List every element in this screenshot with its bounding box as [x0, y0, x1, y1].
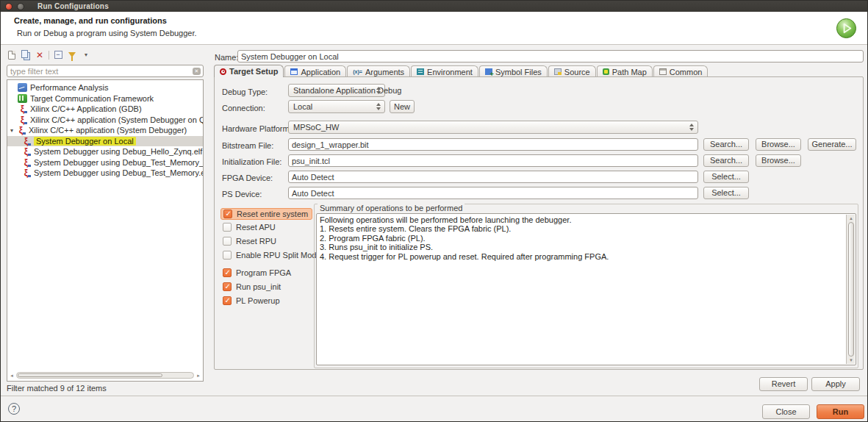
- duplicate-configuration-icon[interactable]: [21, 50, 31, 60]
- clear-filter-icon[interactable]: ✕: [193, 68, 201, 75]
- checkbox-enable-rpu-split-mode[interactable]: Enable RPU Split Mode: [223, 251, 321, 260]
- close-button[interactable]: Close: [762, 404, 810, 419]
- revert-button[interactable]: Revert: [759, 377, 808, 391]
- debug-type-select[interactable]: Standalone Application Debug: [288, 84, 385, 97]
- bitstream-file-field[interactable]: design_1_wrapper.bit: [288, 138, 698, 151]
- checkbox-icon[interactable]: [223, 251, 232, 260]
- scrollbar-thumb[interactable]: [848, 222, 854, 357]
- application-icon: [290, 68, 298, 75]
- xilinx-application-icon: ξ: [21, 137, 31, 146]
- scrollbar-thumb[interactable]: [18, 373, 162, 377]
- tree-item-debug-test-memory[interactable]: ξ System Debugger using Debug_Test_Memor…: [7, 168, 203, 179]
- tree-item-debug-test-memory-1mb[interactable]: ξ System Debugger using Debug_Test_Memor…: [7, 157, 203, 168]
- tree-item-system-debugger-on-local[interactable]: ξ System Debugger on Local: [7, 136, 203, 147]
- run-button[interactable]: Run: [817, 404, 864, 419]
- summary-line: 2. Program FPGA fabric (PL).: [320, 234, 844, 243]
- arguments-icon: (x)=: [353, 69, 362, 74]
- checkbox-icon[interactable]: [223, 268, 232, 277]
- connection-select[interactable]: Local: [288, 100, 385, 113]
- checkbox-icon[interactable]: [223, 237, 232, 246]
- summary-group: Summary of operations to be performed Fo…: [314, 204, 858, 368]
- tree-item-xilinx-app-system-debugger-qemu[interactable]: ξ Xilinx C/C++ application (System Debug…: [7, 115, 203, 126]
- checkbox-icon[interactable]: [223, 282, 232, 291]
- new-configuration-icon[interactable]: [7, 50, 17, 60]
- spinner-icon: [376, 87, 381, 94]
- common-icon: [659, 68, 667, 75]
- initialization-browse-button[interactable]: Browse...: [756, 154, 801, 167]
- tree-item-performance-analysis[interactable]: Performance Analysis: [7, 82, 203, 93]
- summary-textarea[interactable]: Following operations will be performed b…: [316, 213, 856, 365]
- help-icon[interactable]: ?: [8, 403, 20, 415]
- fpga-device-field[interactable]: Auto Detect: [288, 171, 698, 183]
- tab-symbol-files[interactable]: Symbol Files: [479, 65, 548, 77]
- tab-common[interactable]: Common: [653, 65, 709, 77]
- scroll-up-icon[interactable]: ▲: [848, 215, 854, 221]
- tree-item-debug-hello-zynq[interactable]: ξ System Debugger using Debug_Hello_Zynq…: [7, 146, 203, 157]
- dialog-header: Create, manage, and run configurations R…: [1, 12, 867, 45]
- configurations-toolbar: ✕ − ▾: [7, 49, 91, 60]
- summary-line: Following operations will be performed b…: [320, 215, 844, 224]
- checkbox-icon[interactable]: [223, 223, 232, 232]
- checkbox-run-psu-init[interactable]: Run psu_init: [223, 282, 281, 291]
- xilinx-application-icon: ξ: [21, 147, 31, 156]
- run-icon[interactable]: [836, 18, 857, 39]
- apply-button[interactable]: Apply: [811, 377, 860, 391]
- xilinx-application-icon: ξ: [16, 126, 26, 135]
- tab-arguments[interactable]: (x)= Arguments: [347, 65, 410, 77]
- tree-item-xilinx-app-gdb[interactable]: ξ Xilinx C/C++ Application (GDB): [7, 104, 203, 115]
- symbol-files-icon: [485, 68, 492, 75]
- tree-item-target-communication-framework[interactable]: Target Communication Framework: [7, 93, 203, 104]
- scroll-down-icon[interactable]: ▼: [848, 357, 854, 363]
- collapse-all-icon[interactable]: −: [53, 50, 63, 60]
- checkbox-reset-apu[interactable]: Reset APU: [223, 223, 276, 232]
- tree-horizontal-scrollbar[interactable]: ◂ ▸: [9, 372, 201, 379]
- expander-icon[interactable]: ▾: [7, 127, 16, 134]
- checkbox-reset-rpu[interactable]: Reset RPU: [223, 237, 276, 246]
- ps-device-field[interactable]: Auto Detect: [288, 187, 698, 199]
- new-connection-button[interactable]: New: [390, 100, 415, 113]
- target-icon: [220, 68, 226, 75]
- scroll-left-icon[interactable]: ◂: [9, 373, 15, 379]
- xilinx-application-icon: ξ: [21, 158, 31, 167]
- tree-item-xilinx-app-system-debugger[interactable]: ▾ ξ Xilinx C/C++ application (System Deb…: [7, 125, 203, 136]
- window-minimize-icon[interactable]: [17, 3, 24, 10]
- path-map-icon: [603, 68, 609, 75]
- ps-device-select-button[interactable]: Select...: [703, 187, 749, 199]
- scroll-right-icon[interactable]: ▸: [196, 373, 201, 379]
- xilinx-application-icon: ξ: [18, 104, 27, 113]
- initialization-search-button[interactable]: Search...: [703, 154, 749, 167]
- bitstream-search-button[interactable]: Search...: [703, 138, 749, 151]
- xilinx-application-icon: ξ: [18, 115, 27, 124]
- target-communication-framework-icon: [18, 94, 27, 103]
- title-bar: Run Configurations: [1, 1, 867, 12]
- hardware-platform-select[interactable]: MPSoC_HW: [288, 121, 698, 134]
- checkbox-program-fpga[interactable]: Program FPGA: [223, 268, 291, 277]
- bitstream-generate-button[interactable]: Generate...: [808, 138, 856, 151]
- delete-configuration-icon[interactable]: ✕: [35, 50, 45, 60]
- checkbox-icon[interactable]: [223, 296, 232, 305]
- checkbox-pl-powerup[interactable]: PL Powerup: [223, 296, 280, 305]
- tab-application[interactable]: Application: [284, 65, 346, 77]
- filter-status: Filter matched 9 of 12 items: [7, 384, 107, 393]
- filter-icon[interactable]: [67, 50, 77, 60]
- checkbox-icon[interactable]: [223, 210, 232, 218]
- initialization-file-field[interactable]: psu_init.tcl: [288, 154, 698, 167]
- name-field[interactable]: System Debugger on Local: [237, 50, 864, 62]
- summary-line: 3. Runs psu_init to initialize PS.: [320, 243, 844, 251]
- tab-environment[interactable]: Environment: [411, 65, 478, 77]
- window-close-icon[interactable]: [5, 3, 12, 10]
- spinner-icon: [689, 124, 694, 131]
- fpga-device-select-button[interactable]: Select...: [703, 171, 749, 183]
- tab-source[interactable]: Source: [548, 65, 596, 77]
- performance-analysis-icon: [18, 83, 27, 92]
- tab-path-map[interactable]: Path Map: [597, 65, 653, 77]
- checkbox-reset-entire-system[interactable]: Reset entire system: [220, 208, 312, 220]
- footer-divider: [1, 396, 867, 396]
- filter-input[interactable]: [10, 66, 187, 76]
- configurations-tree: Performance Analysis Target Communicatio…: [7, 79, 204, 382]
- bitstream-browse-button[interactable]: Browse...: [756, 138, 801, 151]
- summary-vertical-scrollbar[interactable]: ▲ ▼: [846, 215, 855, 364]
- header-subtitle: Run or Debug a program using System Debu…: [17, 29, 197, 37]
- tab-target-setup[interactable]: Target Setup: [214, 65, 284, 77]
- toolbar-menu-arrow-icon[interactable]: ▾: [81, 50, 91, 60]
